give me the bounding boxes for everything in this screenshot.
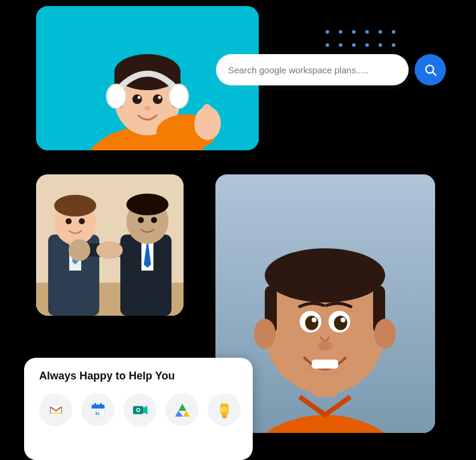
- gmail-icon: [46, 400, 66, 420]
- svg-point-49: [265, 248, 385, 302]
- page-wrapper: Always Happy to Help You: [0, 0, 476, 460]
- meet-icon-button[interactable]: [123, 393, 156, 426]
- keep-icon: [215, 400, 234, 420]
- dot: [339, 30, 342, 34]
- dot: [392, 43, 395, 47]
- svg-point-10: [153, 94, 162, 104]
- svg-point-40: [151, 217, 157, 223]
- svg-point-7: [107, 84, 126, 108]
- dot: [339, 43, 342, 47]
- svg-point-43: [96, 241, 123, 259]
- search-button[interactable]: [415, 54, 446, 85]
- svg-point-57: [334, 316, 347, 330]
- bottom-section: Always Happy to Help You: [0, 174, 476, 460]
- svg-text:31: 31: [94, 411, 99, 416]
- svg-point-56: [305, 316, 318, 330]
- svg-point-38: [126, 194, 168, 215]
- svg-line-21: [433, 72, 436, 75]
- svg-rect-68: [91, 407, 104, 408]
- svg-rect-19: [212, 121, 219, 133]
- dot: [326, 43, 329, 47]
- svg-point-60: [318, 341, 332, 351]
- help-card-title: Always Happy to Help You: [39, 370, 238, 382]
- drive-icon-button[interactable]: [165, 393, 199, 426]
- dot: [379, 43, 382, 47]
- search-icon: [424, 63, 437, 76]
- svg-rect-75: [100, 403, 102, 406]
- svg-point-13: [144, 106, 150, 111]
- keep-icon-button[interactable]: [208, 393, 241, 426]
- search-input[interactable]: [216, 54, 409, 85]
- dot: [352, 43, 356, 47]
- svg-point-30: [66, 218, 72, 224]
- svg-point-9: [132, 94, 142, 104]
- handshake-image: [36, 174, 184, 316]
- svg-point-52: [254, 319, 276, 349]
- app-icons-row: 31: [39, 393, 238, 426]
- dot: [392, 30, 395, 34]
- svg-rect-89: [221, 414, 227, 416]
- drive-icon: [173, 400, 192, 420]
- svg-point-12: [158, 96, 161, 99]
- svg-rect-16: [203, 104, 211, 121]
- dot: [365, 43, 369, 47]
- top-section: [0, 0, 476, 156]
- svg-point-11: [138, 96, 141, 99]
- dot: [352, 30, 356, 34]
- svg-rect-61: [312, 360, 338, 369]
- svg-point-58: [312, 317, 317, 322]
- calendar-icon-button[interactable]: 31: [81, 393, 114, 426]
- svg-rect-18: [203, 123, 211, 135]
- dot: [326, 30, 329, 34]
- svg-point-31: [79, 218, 85, 224]
- svg-rect-74: [94, 403, 96, 406]
- meet-icon: [131, 400, 150, 420]
- svg-point-59: [341, 317, 345, 322]
- gmail-icon-button[interactable]: [39, 393, 72, 426]
- svg-point-29: [54, 195, 96, 216]
- help-card: Always Happy to Help You: [24, 358, 253, 460]
- svg-point-42: [69, 239, 90, 261]
- calendar-icon: 31: [88, 400, 108, 420]
- search-container: [216, 54, 446, 85]
- svg-point-80: [137, 409, 139, 411]
- dot: [365, 30, 369, 34]
- dot: [379, 30, 382, 34]
- svg-point-53: [374, 319, 396, 349]
- svg-point-39: [138, 217, 144, 223]
- svg-rect-17: [195, 121, 202, 133]
- svg-point-8: [169, 84, 188, 108]
- svg-rect-90: [222, 416, 226, 418]
